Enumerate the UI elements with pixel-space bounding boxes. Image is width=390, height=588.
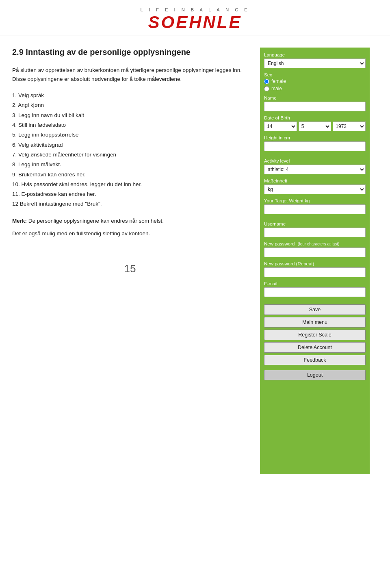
- activity-section: Activity level athletic: 4: [264, 158, 366, 174]
- logout-button[interactable]: Logout: [264, 370, 366, 380]
- sex-male-item: male: [264, 86, 366, 91]
- masseinheit-label: Maßeinheit: [264, 178, 366, 183]
- sex-female-item: female: [264, 78, 366, 84]
- dob-month-select[interactable]: 5: [299, 122, 332, 131]
- target-weight-input[interactable]: [264, 204, 366, 214]
- page-header: L I F E I N B A L A N C E SOEHNLE: [0, 0, 390, 35]
- left-column: 2.9 Inntasting av de personlige opplysni…: [12, 48, 248, 474]
- form-panel: Language English Sex female male Name: [260, 48, 370, 474]
- dob-year-select[interactable]: 1973: [333, 122, 366, 131]
- save-button[interactable]: Save: [264, 304, 366, 315]
- masseinheit-section: Maßeinheit kg: [264, 178, 366, 194]
- email-input[interactable]: [264, 287, 366, 297]
- step-10: 10. Hvis passordet skal endres, legger d…: [12, 180, 248, 189]
- language-label: Language: [264, 52, 366, 57]
- sex-male-label: male: [271, 86, 282, 91]
- new-password-input[interactable]: [264, 247, 366, 257]
- language-section: Language English: [264, 52, 366, 68]
- step-8: 8. Legg inn målvekt.: [12, 160, 248, 169]
- masseinheit-select[interactable]: kg: [264, 184, 366, 194]
- note1-rest: De personlige opplysningene kan endres n…: [27, 218, 164, 224]
- note2: Det er også mulig med en fullstendig sle…: [12, 229, 248, 238]
- step-9: 9. Brukernavn kan endres her.: [12, 170, 248, 180]
- email-label: E-mail: [264, 281, 366, 286]
- step-1: 1. Velg språk: [12, 91, 248, 100]
- new-password-label: New password (four characters at last): [264, 241, 366, 246]
- activity-select[interactable]: athletic: 4: [264, 165, 366, 174]
- step-11: 11. E-postadresse kan endres her.: [12, 189, 248, 199]
- email-section: E-mail: [264, 281, 366, 297]
- username-input[interactable]: [264, 228, 366, 237]
- step-4: 4. Still inn fødselsdato: [12, 120, 248, 130]
- name-input[interactable]: [264, 102, 366, 111]
- sex-section: Sex female male: [264, 72, 366, 91]
- new-password-repeat-label: New password (Repeat): [264, 261, 366, 266]
- page-number: 15: [12, 263, 248, 283]
- dob-label: Date of Birth: [264, 115, 366, 120]
- sex-female-radio[interactable]: [264, 79, 269, 84]
- height-input[interactable]: [264, 141, 366, 151]
- name-section: Name: [264, 95, 366, 111]
- sex-radio-group: female male: [264, 78, 366, 91]
- username-section: Username: [264, 221, 366, 237]
- steps-list: 1. Velg språk 2. Angi kjønn 3. Legg inn …: [12, 91, 248, 209]
- password-hint: (four characters at last): [298, 242, 340, 246]
- main-menu-button[interactable]: Main menu: [264, 317, 366, 328]
- step-2: 2. Angi kjønn: [12, 100, 248, 110]
- language-select[interactable]: English: [264, 59, 366, 68]
- step-5: 5. Legg inn kroppsstørrelse: [12, 130, 248, 140]
- height-section: Height in cm: [264, 135, 366, 151]
- dob-day-select[interactable]: 14: [264, 122, 297, 131]
- section-title: 2.9 Inntasting av de personlige opplysni…: [12, 48, 248, 57]
- dob-row: 14 5 1973: [264, 122, 366, 131]
- height-label: Height in cm: [264, 135, 366, 140]
- step-3: 3. Legg inn navn du vil bli kalt: [12, 111, 248, 120]
- new-password-repeat-input[interactable]: [264, 267, 366, 277]
- delete-account-button[interactable]: Delete Account: [264, 342, 366, 353]
- step-6: 6. Velg aktivitetsgrad: [12, 140, 248, 150]
- tagline: L I F E I N B A L A N C E: [0, 7, 390, 12]
- brand-logo: SOEHNLE: [0, 14, 390, 31]
- new-password-section: New password (four characters at last): [264, 241, 366, 257]
- dob-section: Date of Birth 14 5 1973: [264, 115, 366, 131]
- note1-bold: Merk:: [12, 218, 27, 224]
- step-12: 12 Bekreft inntastingene med "Bruk".: [12, 199, 248, 209]
- intro-text: På slutten av opprettelsen av brukerkont…: [12, 66, 248, 83]
- target-weight-label: Your Target Weight kg: [264, 198, 366, 203]
- new-password-repeat-section: New password (Repeat): [264, 261, 366, 277]
- activity-label: Activity level: [264, 158, 366, 163]
- main-content: 2.9 Inntasting av de personlige opplysni…: [0, 48, 390, 474]
- sex-female-label: female: [271, 78, 286, 84]
- register-scale-button[interactable]: Register Scale: [264, 330, 366, 340]
- sex-label: Sex: [264, 72, 366, 77]
- note1: Merk: De personlige opplysningene kan en…: [12, 217, 248, 226]
- step-7: 7. Velg ønskede måleenheter for visninge…: [12, 150, 248, 160]
- feedback-button[interactable]: Feedback: [264, 355, 366, 365]
- target-weight-section: Your Target Weight kg: [264, 198, 366, 214]
- sex-male-radio[interactable]: [264, 86, 269, 91]
- username-label: Username: [264, 221, 366, 226]
- name-label: Name: [264, 95, 366, 100]
